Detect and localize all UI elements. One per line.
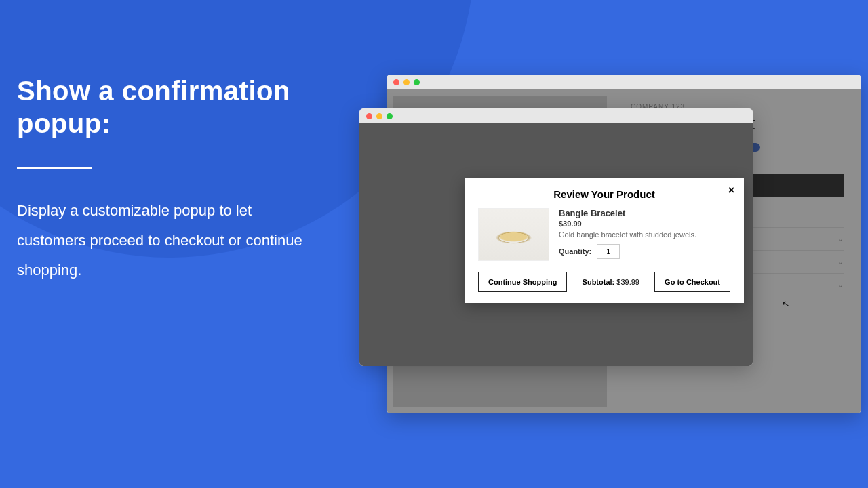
- popup-product-description: Gold bangle bracelet with studded jewels…: [559, 230, 730, 239]
- divider: [17, 167, 92, 169]
- close-icon[interactable]: ×: [728, 184, 734, 197]
- popup-product-info: Bangle Bracelet $39.99 Gold bangle brace…: [559, 208, 730, 261]
- close-dot-icon[interactable]: [393, 79, 399, 85]
- popup-product-price: $39.99: [559, 220, 730, 228]
- zoom-dot-icon[interactable]: [414, 79, 420, 85]
- window-chrome-back: [387, 75, 861, 89]
- popup-product-name: Bangle Bracelet: [559, 208, 730, 218]
- close-dot-icon[interactable]: [366, 113, 372, 119]
- subtotal-label: Subtotal:: [583, 278, 615, 286]
- go-to-checkout-button[interactable]: Go to Checkout: [654, 272, 730, 292]
- subtotal: Subtotal: $39.99: [583, 278, 639, 286]
- quantity-row: Quantity:: [559, 244, 730, 259]
- product-thumbnail: [478, 208, 549, 261]
- quantity-input[interactable]: [597, 244, 620, 259]
- minimize-dot-icon[interactable]: [403, 79, 410, 85]
- front-body: × Review Your Product Bangle Bracelet $3…: [359, 123, 753, 366]
- headline: Show a confirmation popup:: [17, 75, 322, 140]
- marketing-copy: Show a confirmation popup: Display a cus…: [17, 75, 322, 285]
- window-chrome-front: [359, 108, 753, 123]
- cursor-icon: ↖: [781, 298, 791, 310]
- subtext: Display a customizable popup to let cust…: [17, 196, 322, 285]
- minimize-dot-icon[interactable]: [376, 113, 382, 119]
- browser-window-front: × Review Your Product Bangle Bracelet $3…: [359, 108, 753, 366]
- confirmation-popup: × Review Your Product Bangle Bracelet $3…: [465, 178, 744, 303]
- quantity-label: Quantity:: [559, 247, 591, 256]
- continue-shopping-button[interactable]: Continue Shopping: [478, 272, 567, 292]
- popup-title: Review Your Product: [478, 188, 730, 200]
- zoom-dot-icon[interactable]: [387, 113, 393, 119]
- subtotal-value: $39.99: [616, 278, 639, 286]
